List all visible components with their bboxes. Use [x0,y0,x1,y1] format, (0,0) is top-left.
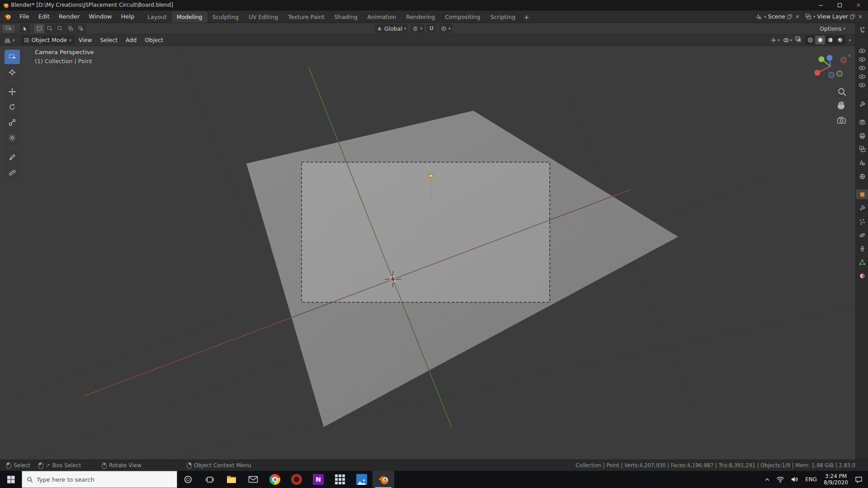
workspace-tab-scripting[interactable]: Scripting [486,11,521,23]
gizmo-z-axis[interactable] [827,55,833,61]
outliner-editor-icon[interactable] [856,25,868,35]
properties-tab-view-layer[interactable] [856,144,868,154]
tool-transform[interactable] [5,131,20,145]
properties-tab-object-data[interactable] [856,257,868,267]
taskbar-search[interactable] [22,471,177,488]
tray-network[interactable] [773,471,788,488]
shading-solid-button[interactable] [815,36,825,44]
view-layer-selector[interactable]: ▾ View Layer × [803,10,865,23]
properties-tab-particles[interactable] [856,216,868,226]
minimize-button[interactable] [811,0,830,10]
menu-render[interactable]: Render [54,10,84,23]
workspace-tab-layout[interactable]: Layout [142,11,172,23]
options-dropdown[interactable]: Options ▾ [820,25,845,32]
gizmo-y-axis[interactable] [819,56,825,62]
proportional-editing-dropdown[interactable]: ▾ [439,24,453,33]
workspace-tab-texture-paint[interactable]: Texture Paint [283,11,330,23]
menu-edit[interactable]: Edit [34,10,54,23]
task-view-button[interactable] [199,471,221,488]
active-tool-button[interactable] [2,24,15,33]
menu-select[interactable]: Select [96,34,122,46]
select-mode-subtract[interactable] [55,24,65,33]
scene-selector[interactable]: ▾ Scene × [754,10,802,23]
viewport-canvas[interactable]: ‹ [0,46,855,460]
taskbar-app-mail[interactable] [242,471,264,488]
close-button[interactable]: ✕ [849,0,868,10]
tool-cursor[interactable] [5,65,20,80]
tweak-tool-icon[interactable] [20,24,30,33]
sidebar-collapse-arrow[interactable]: ‹ [848,52,851,60]
action-center-button[interactable] [852,471,866,488]
show-gizmo-dropdown[interactable]: ▾ [770,37,780,43]
tray-volume[interactable] [788,471,802,488]
menu-window[interactable]: Window [84,10,116,23]
new-scene-icon[interactable] [787,14,793,19]
add-workspace-button[interactable]: + [520,11,533,23]
unlink-scene-icon[interactable]: × [794,14,801,20]
snap-target-dropdown[interactable]: ▾ [410,24,424,33]
pan-hand-icon[interactable] [838,101,844,109]
gizmo-y-neg[interactable] [837,71,842,76]
workspace-tab-shading[interactable]: Shading [330,11,363,23]
snap-toggle[interactable] [427,24,436,33]
workspace-tab-rendering[interactable]: Rendering [401,11,440,23]
select-mode-extend[interactable] [45,24,55,33]
shading-rendered-button[interactable] [835,36,845,44]
tool-measure[interactable] [5,165,20,180]
tray-language[interactable]: ENG [802,471,820,488]
tray-clock[interactable]: 3:24 PM 8/9/2020 [820,473,852,486]
properties-tab-modifiers[interactable] [856,203,868,213]
tool-annotate[interactable] [5,150,20,164]
properties-tab-tool[interactable] [856,99,868,109]
remove-view-layer-icon[interactable]: × [857,14,863,20]
shading-material-button[interactable] [825,36,835,44]
editor-type-button[interactable]: ▾ [0,34,19,46]
properties-tab-world[interactable] [856,171,868,181]
transform-orientation-dropdown[interactable]: Global ▾ [375,24,408,33]
workspace-tab-uv-editing[interactable]: UV Editing [244,11,283,23]
gizmo-x-neg[interactable] [841,57,846,63]
taskbar-app-file-explorer[interactable] [221,471,242,488]
properties-tab-object[interactable] [856,189,868,199]
workspace-tab-compositing[interactable]: Compositing [440,11,485,23]
cortana-button[interactable] [177,471,199,488]
taskbar-app-photos[interactable] [351,471,373,488]
properties-tab-physics[interactable] [856,230,868,240]
shading-wireframe-button[interactable] [805,36,815,44]
select-mode-set[interactable] [34,24,44,33]
select-mode-invert[interactable] [66,24,75,33]
properties-tab-output[interactable] [856,131,868,141]
taskbar-app-red-circle[interactable] [286,471,307,488]
workspace-tab-modeling[interactable]: Modeling [172,11,208,23]
taskbar-app-blender[interactable] [373,471,394,488]
menu-add[interactable]: Add [122,34,141,46]
workspace-tab-animation[interactable]: Animation [363,11,401,23]
taskbar-app-onenote[interactable]: N [307,471,329,488]
menu-file[interactable]: File [15,10,34,23]
xray-toggle[interactable] [795,36,802,44]
tray-show-hidden-icons[interactable] [761,471,773,488]
properties-tab-constraints[interactable] [856,244,868,253]
blender-app-menu-icon[interactable] [0,10,15,23]
tool-move[interactable] [5,84,20,99]
new-view-layer-icon[interactable] [850,14,855,19]
shading-dropdown-icon[interactable]: ▾ [849,38,851,42]
select-mode-intersect[interactable] [76,24,86,33]
properties-tab-render[interactable] [856,117,868,127]
maximize-button[interactable] [830,0,849,10]
start-button[interactable] [0,471,22,488]
menu-object[interactable]: Object [141,34,167,46]
overlays-dropdown[interactable]: ▾ [783,37,793,43]
tool-select-box[interactable] [5,50,20,64]
properties-tab-material[interactable] [856,271,868,281]
menu-help[interactable]: Help [117,10,139,23]
search-input[interactable] [37,476,172,483]
3d-viewport[interactable]: ‹ Camera Perspective (1) Collection | Po… [0,46,855,460]
tool-rotate[interactable] [5,100,20,114]
tool-scale[interactable] [5,115,20,130]
gizmo-x-axis[interactable] [815,70,821,76]
workspace-tab-sculpting[interactable]: Sculpting [208,11,244,23]
outliner-visibility-eye-icon[interactable] [856,80,868,90]
mode-dropdown[interactable]: Object Mode ▾ [21,35,75,45]
taskbar-app-calculator[interactable] [329,471,351,488]
